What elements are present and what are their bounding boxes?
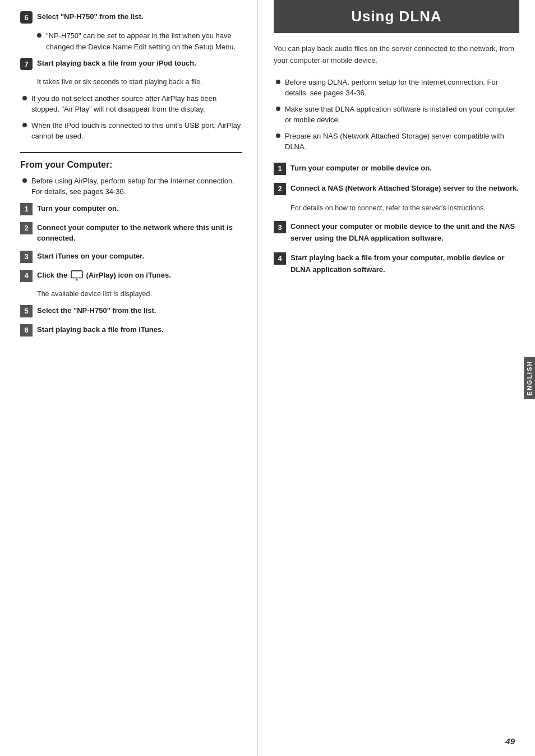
- rs-step-2-sub: For details on how to connect, refer to …: [290, 203, 519, 214]
- computer-step-4: 4 Click the (AirPlay) icon on iTunes.: [20, 270, 242, 282]
- english-tab-wrapper: ENGLISH: [524, 357, 535, 399]
- section-title: Using DLNA: [274, 0, 519, 33]
- rs-badge-1: 1: [274, 163, 286, 175]
- svg-rect-0: [71, 271, 82, 278]
- cs-text-5: Select the "NP-H750" from the list.: [37, 305, 242, 316]
- bullet-dot: [37, 33, 41, 38]
- step-7-sub: It takes five or six seconds to start pl…: [37, 77, 242, 87]
- cs-badge-1: 1: [20, 203, 33, 215]
- right-bullet-1: Before using DLNA, perform setup for the…: [276, 77, 519, 99]
- cs-badge-3: 3: [20, 251, 33, 263]
- computer-step-5: 5 Select the "NP-H750" from the list.: [20, 305, 242, 317]
- bullet-dot: [22, 178, 27, 183]
- right-bullet-3: Prepare an NAS (Network Attached Storage…: [276, 131, 519, 153]
- from-computer-heading: From your Computer:: [20, 160, 242, 170]
- cs-text-1: Turn your computer on.: [37, 203, 242, 214]
- bullet-dot: [276, 133, 280, 138]
- right-step-4: 4 Start playing back a file from your co…: [274, 252, 519, 276]
- left-bullet-1: If you do not select another source afte…: [22, 93, 242, 115]
- cs-text-6: Start playing back a file from iTunes.: [37, 324, 242, 335]
- rs-badge-3: 3: [274, 221, 286, 233]
- right-bullets: Before using DLNA, perform setup for the…: [274, 77, 519, 153]
- rs-badge-2: 2: [274, 183, 286, 195]
- left-bullet-2: When the iPod touch is connected to this…: [22, 120, 242, 142]
- cs-badge-5: 5: [20, 305, 33, 317]
- right-bullet-2: Make sure that DLNA application software…: [276, 104, 519, 126]
- cs-text-4: Click the (AirPlay) icon on iTunes.: [37, 270, 242, 281]
- cs-text-2: Connect your computer to the network whe…: [37, 222, 242, 244]
- step-6-bullet: "NP-H750" can be set to appear in the li…: [37, 30, 242, 52]
- cs-badge-6: 6: [20, 324, 33, 336]
- step-6-row: 6 Select "NP-H750" from the list.: [20, 11, 242, 24]
- bullet-dot: [22, 96, 27, 100]
- left-column: 6 Select "NP-H750" from the list. "NP-H7…: [0, 0, 258, 756]
- svg-marker-1: [74, 279, 79, 281]
- computer-step-3: 3 Start iTunes on your computer.: [20, 251, 242, 263]
- rs-text-1: Turn your computer or mobile device on.: [290, 163, 519, 174]
- rs-text-2: Connect a NAS (Network Attached Storage)…: [290, 183, 519, 195]
- section-divider: [20, 152, 242, 153]
- bullet-dot: [276, 80, 280, 84]
- computer-step-1: 1 Turn your computer on.: [20, 203, 242, 215]
- computer-step-2: 2 Connect your computer to the network w…: [20, 222, 242, 244]
- right-step-3: 3 Connect your computer or mobile device…: [274, 221, 519, 245]
- cs-step-4-sub: The available device list is displayed.: [37, 289, 242, 299]
- right-column: Using DLNA You can play back audio files…: [258, 0, 535, 756]
- airplay-icon: [71, 270, 83, 280]
- bullet-dot: [276, 107, 280, 111]
- right-step-2: 2 Connect a NAS (Network Attached Storag…: [274, 183, 519, 195]
- page-number: 49: [505, 736, 515, 746]
- from-computer-bullet: Before using AirPlay, perform setup for …: [22, 176, 242, 197]
- bullet-dot: [22, 123, 27, 127]
- step-6-badge: 6: [20, 11, 33, 24]
- step-6-text: Select "NP-H750" from the list.: [37, 11, 242, 22]
- computer-step-6: 6 Start playing back a file from iTunes.: [20, 324, 242, 336]
- step-7-badge: 7: [20, 58, 33, 70]
- rs-text-3: Connect your computer or mobile device t…: [290, 221, 519, 245]
- cs-text-3: Start iTunes on your computer.: [37, 251, 242, 262]
- rs-text-4: Start playing back a file from your comp…: [290, 252, 519, 276]
- intro-text: You can play back audio files on the ser…: [274, 43, 519, 67]
- rs-badge-4: 4: [274, 252, 286, 265]
- step-7-row: 7 Start playing back a file from your iP…: [20, 58, 242, 70]
- step-7-text: Start playing back a file from your iPod…: [37, 58, 242, 69]
- cs-badge-4: 4: [20, 270, 33, 282]
- cs-badge-2: 2: [20, 222, 33, 234]
- english-tab: ENGLISH: [524, 357, 535, 399]
- right-step-1: 1 Turn your computer or mobile device on…: [274, 163, 519, 175]
